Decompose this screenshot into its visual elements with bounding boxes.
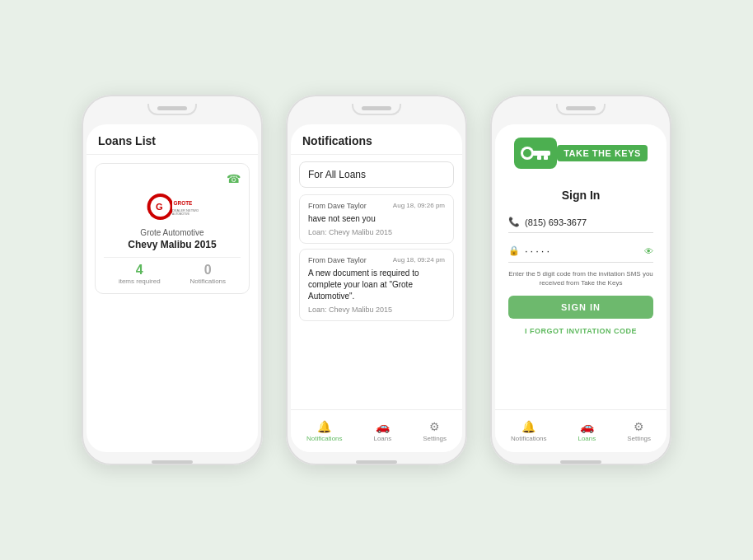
nav-settings-3[interactable]: ⚙ Settings xyxy=(627,420,651,442)
grote-logo: G GROTE DEALER NETWORK AUTOMOTIVE xyxy=(146,190,199,223)
phone-signin: TAKE THE KEYS Sign In 📞 (815) 693-3677 🔒… xyxy=(490,95,671,465)
notifications-label: Notifications xyxy=(189,278,226,285)
phone-bottom-1 xyxy=(152,459,193,465)
bell-icon-3: 🔔 xyxy=(521,420,536,433)
screen-notifications: Notifications For All Loans From Dave Ta… xyxy=(291,124,462,452)
signin-content: Sign In 📞 (815) 693-3677 🔒 ····· 👁 Enter… xyxy=(495,182,666,409)
speaker-2 xyxy=(362,106,391,110)
loan-card-header: ☎ xyxy=(104,172,241,185)
loans-list-header: Loans List xyxy=(87,124,258,155)
bottom-nav-2: 🔔 Notifications 🚗 Loans ⚙ Settings xyxy=(291,409,462,452)
for-all-loans-filter[interactable]: For All Loans xyxy=(299,161,454,188)
bell-icon: 🔔 xyxy=(317,420,331,433)
bottom-nav-3: 🔔 Notifications 🚗 Loans ⚙ Settings xyxy=(495,409,666,452)
forgot-link[interactable]: I FORGOT INVITATION CODE xyxy=(525,327,637,335)
nav-loans-3[interactable]: 🚗 Loans xyxy=(578,420,596,442)
logo-container: G GROTE DEALER NETWORK AUTOMOTIVE xyxy=(146,190,199,223)
svg-point-9 xyxy=(523,149,531,157)
car-icon-3: 🚗 xyxy=(580,420,594,433)
stat-items: 4 items required xyxy=(119,263,161,285)
gear-icon-3: ⚙ xyxy=(634,420,644,433)
speaker-3 xyxy=(566,106,596,110)
notif-date-2: Aug 18, 09:24 pm xyxy=(393,256,445,264)
notif-spacer xyxy=(291,326,462,409)
key-logo-svg xyxy=(514,138,557,169)
phone-bottom-3 xyxy=(560,459,601,465)
svg-text:GROTE: GROTE xyxy=(174,200,193,206)
ttk-banner: TAKE THE KEYS xyxy=(495,124,666,182)
svg-text:AUTOMOTIVE: AUTOMOTIVE xyxy=(172,212,189,216)
notif-message-1: have not seen you xyxy=(308,213,445,225)
stat-notifications: 0 Notifications xyxy=(189,263,226,285)
loan-card[interactable]: ☎ G GROTE DEALER NETWORK AUTOMOTIVE Grot… xyxy=(95,163,250,294)
phone-field-value: (815) 693-3677 xyxy=(525,217,653,227)
notification-item-2[interactable]: From Dave Taylor Aug 18, 09:24 pm A new … xyxy=(299,249,454,321)
phone-top-3 xyxy=(490,95,671,124)
notif-message-2: A new document is required to complete y… xyxy=(308,268,445,302)
nav-settings[interactable]: ⚙ Settings xyxy=(423,420,447,442)
notification-item-1[interactable]: From Dave Taylor Aug 18, 09:26 pm have n… xyxy=(299,194,454,244)
ttk-text-badge: TAKE THE KEYS xyxy=(557,145,648,161)
phone-top-2 xyxy=(286,95,467,124)
phone-loans-list: Loans List ☎ G GROTE DEALER NETWORK AUTO… xyxy=(82,95,263,465)
screen-loans-list: Loans List ☎ G GROTE DEALER NETWORK AUTO… xyxy=(87,124,258,452)
phone-notifications: Notifications For All Loans From Dave Ta… xyxy=(286,95,467,465)
car-name: Chevy Malibu 2015 xyxy=(128,239,216,250)
phone-field[interactable]: 📞 (815) 693-3677 xyxy=(508,212,653,233)
notif-item-header-1: From Dave Taylor Aug 18, 09:26 pm xyxy=(308,202,445,210)
notif-from-2: From Dave Taylor xyxy=(308,256,367,264)
signin-title: Sign In xyxy=(562,189,601,202)
code-field-value: ····· xyxy=(525,245,639,257)
notifications-count: 0 xyxy=(204,263,212,278)
lock-icon: 🔒 xyxy=(508,245,520,256)
svg-text:DEALER NETWORK: DEALER NETWORK xyxy=(172,208,199,212)
home-indicator-2 xyxy=(356,460,397,464)
home-indicator-1 xyxy=(152,460,193,464)
nav-notifications[interactable]: 🔔 Notifications xyxy=(306,420,343,442)
phone-field-icon: 📞 xyxy=(508,217,520,227)
gear-icon: ⚙ xyxy=(429,420,440,433)
signin-hint: Enter the 5 digit code from the invitati… xyxy=(508,269,653,287)
nav-loans[interactable]: 🚗 Loans xyxy=(373,420,391,442)
phone-bottom-2 xyxy=(356,459,397,465)
car-icon: 🚗 xyxy=(376,420,390,433)
nav-notifications-3[interactable]: 🔔 Notifications xyxy=(511,420,547,442)
items-label: items required xyxy=(119,278,161,285)
phone-top-1 xyxy=(82,95,263,124)
code-field[interactable]: 🔒 ····· 👁 xyxy=(508,240,653,263)
dealer-name: Grote Automotive xyxy=(140,228,203,237)
home-indicator-3 xyxy=(560,460,601,464)
svg-rect-12 xyxy=(537,156,541,160)
notif-from-1: From Dave Taylor xyxy=(308,202,367,210)
svg-rect-11 xyxy=(544,156,548,160)
signin-button[interactable]: SIGN IN xyxy=(508,296,653,319)
notif-date-1: Aug 18, 09:26 pm xyxy=(393,202,445,210)
screen-signin: TAKE THE KEYS Sign In 📞 (815) 693-3677 🔒… xyxy=(495,124,666,452)
items-count: 4 xyxy=(136,263,143,278)
notif-loan-2: Loan: Chevy Malibu 2015 xyxy=(308,306,445,314)
notif-loan-1: Loan: Chevy Malibu 2015 xyxy=(308,228,445,236)
phone-call-icon[interactable]: ☎ xyxy=(227,172,241,185)
notifications-header: Notifications xyxy=(291,124,462,155)
svg-text:G: G xyxy=(156,202,163,212)
notif-item-header-2: From Dave Taylor Aug 18, 09:24 pm xyxy=(308,256,445,264)
loan-stats: 4 items required 0 Notifications xyxy=(104,257,241,285)
speaker-1 xyxy=(157,106,187,110)
eye-icon[interactable]: 👁 xyxy=(644,246,653,256)
svg-rect-10 xyxy=(532,151,550,156)
